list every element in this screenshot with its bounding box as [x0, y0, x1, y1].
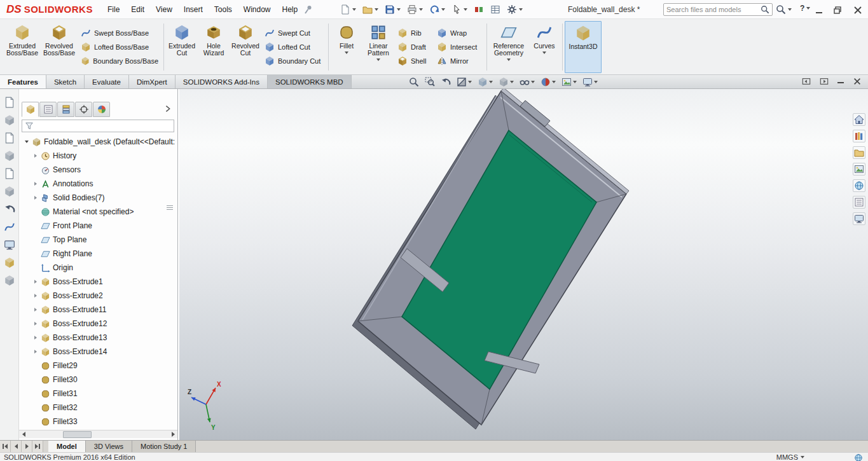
display-style-button[interactable] [498, 76, 514, 88]
left-toolbar-doc-icon[interactable] [4, 168, 15, 179]
hole-wizard-button[interactable]: Hole Wizard [198, 21, 230, 73]
rib-button[interactable]: Rib [394, 27, 434, 40]
restore-window-button[interactable] [832, 5, 843, 15]
tab-solidworks-mbd[interactable]: SOLIDWORKS MBD [268, 75, 352, 88]
revolved-boss-base-button[interactable]: Revolved Boss/Base [41, 21, 78, 73]
dropdown-caret-icon[interactable] [468, 81, 472, 83]
tree-item-boss-extrude2[interactable]: Boss-Extrude2 [19, 289, 177, 303]
scroll-right-button[interactable] [169, 430, 177, 439]
dropdown-caret-icon[interactable] [507, 58, 511, 61]
close-document-button[interactable] [853, 77, 862, 86]
scroll-left-button[interactable] [19, 430, 28, 439]
expand-arrow[interactable] [32, 191, 39, 205]
intersect-button[interactable]: Intersect [434, 41, 485, 54]
left-toolbar-cube-icon[interactable] [4, 275, 15, 286]
zoom-to-area-button[interactable] [424, 76, 436, 88]
file-properties-button[interactable] [488, 3, 503, 16]
tab-sketch[interactable]: Sketch [46, 75, 85, 88]
tree-item-boss-extrude12[interactable]: Boss-Extrude12 [19, 317, 177, 331]
mirror-button[interactable]: Mirror [434, 55, 485, 68]
expand-arrow[interactable] [32, 331, 39, 345]
dropdown-caret-icon[interactable] [531, 81, 535, 83]
pane-right-icon[interactable] [820, 77, 829, 86]
left-toolbar-cube-icon[interactable] [4, 150, 15, 162]
menu-window[interactable]: Window [238, 2, 277, 17]
left-toolbar-part-icon[interactable] [4, 257, 15, 268]
apps-button[interactable] [471, 3, 486, 16]
undo-button[interactable] [427, 3, 448, 16]
design-library-tab[interactable] [853, 130, 865, 142]
boundary-boss-base-button[interactable]: Boundary Boss/Base [78, 55, 162, 68]
minimize-button[interactable] [816, 12, 822, 13]
expand-arrow[interactable] [32, 289, 39, 303]
print-button[interactable] [404, 3, 425, 16]
tab-model[interactable]: Model [48, 441, 86, 452]
menu-help[interactable]: Help [277, 2, 304, 17]
left-toolbar-rotate-icon[interactable] [4, 203, 15, 215]
swept-cut-button[interactable]: Swept Cut [261, 27, 326, 40]
dropdown-caret-icon[interactable] [397, 8, 401, 11]
lofted-boss-base-button[interactable]: Lofted Boss/Base [78, 41, 162, 54]
displaymanager-tab[interactable] [93, 102, 110, 117]
tab-3d-views[interactable]: 3D Views [86, 441, 132, 452]
view-palette-tab[interactable] [853, 163, 865, 175]
tree-item-boss-extrude1[interactable]: Boss-Extrude1 [19, 275, 177, 289]
viewport[interactable]: X Y Z [179, 89, 868, 440]
wrap-button[interactable]: Wrap [434, 27, 485, 40]
left-toolbar-sketch-icon[interactable] [4, 221, 15, 233]
tab-solidworks-add-ins[interactable]: SOLIDWORKS Add-Ins [176, 75, 268, 88]
left-toolbar-doc-icon[interactable] [4, 132, 15, 144]
linear-pattern-button[interactable]: Linear Pattern [362, 21, 394, 73]
search-icon[interactable] [761, 5, 769, 14]
left-toolbar-cube-icon[interactable] [4, 186, 15, 197]
tree-item-solid-bodies[interactable]: Solid Bodies(7) [19, 191, 177, 205]
panel-splitter-grip[interactable] [167, 205, 173, 210]
tree-horizontal-scrollbar[interactable] [19, 430, 177, 438]
tree-item-right-plane[interactable]: Right Plane [19, 247, 177, 261]
curves-button[interactable]: Curves [528, 21, 560, 73]
zoom-to-fit-button[interactable] [408, 76, 420, 88]
tree-item-history[interactable]: History [19, 149, 177, 163]
expand-arrow[interactable] [32, 303, 39, 317]
menu-insert[interactable]: Insert [178, 2, 209, 17]
dropdown-caret-icon[interactable] [489, 81, 493, 83]
tab-dimxpert[interactable]: DimXpert [129, 75, 176, 88]
expand-arrow[interactable] [32, 177, 39, 191]
tab-features[interactable]: Features [0, 75, 46, 88]
help-button[interactable]: ? [800, 4, 810, 13]
section-view-button[interactable] [456, 76, 472, 88]
menu-tools[interactable]: Tools [209, 2, 238, 17]
dropdown-caret-icon[interactable] [345, 52, 348, 54]
open-button[interactable] [360, 3, 381, 16]
left-toolbar-cube-icon[interactable] [4, 114, 15, 126]
hide-show-items-button[interactable] [519, 76, 535, 88]
appearances-scenes-tab[interactable] [853, 179, 865, 192]
tree-filter-field[interactable] [22, 120, 174, 132]
tree-item-boss-extrude13[interactable]: Boss-Extrude13 [19, 331, 177, 345]
first-tab-button[interactable] [0, 441, 11, 452]
units-selector[interactable]: MMGS [776, 453, 804, 461]
dropdown-caret-icon[interactable] [801, 456, 804, 458]
dropdown-caret-icon[interactable] [573, 81, 577, 83]
tree-item-origin[interactable]: Origin [19, 261, 177, 275]
left-toolbar-monitor-icon[interactable] [4, 239, 15, 251]
pane-left-icon[interactable] [802, 77, 811, 86]
search-options-button[interactable] [776, 4, 792, 15]
draft-button[interactable]: Draft [394, 41, 434, 54]
fillet-button[interactable]: Fillet [331, 21, 362, 73]
save-button[interactable] [382, 3, 403, 16]
apply-scene-button[interactable] [561, 76, 577, 88]
tree-item-boss-extrude14[interactable]: Boss-Extrude14 [19, 345, 177, 359]
close-button[interactable] [853, 5, 863, 15]
revolved-cut-button[interactable]: Revolved Cut [230, 21, 261, 73]
dropdown-caret-icon[interactable] [542, 52, 546, 54]
tree-item-front-plane[interactable]: Front Plane [19, 219, 177, 233]
options-button[interactable] [504, 3, 525, 16]
dropdown-caret-icon[interactable] [375, 8, 378, 11]
featuremanager-tab[interactable] [22, 102, 39, 117]
next-tab-button[interactable] [22, 441, 32, 452]
expand-arrow[interactable] [32, 345, 39, 359]
tree-item-fillet30[interactable]: Fillet30 [19, 373, 177, 387]
propertymanager-tab[interactable] [39, 102, 57, 117]
scrollbar-thumb[interactable] [63, 431, 92, 438]
